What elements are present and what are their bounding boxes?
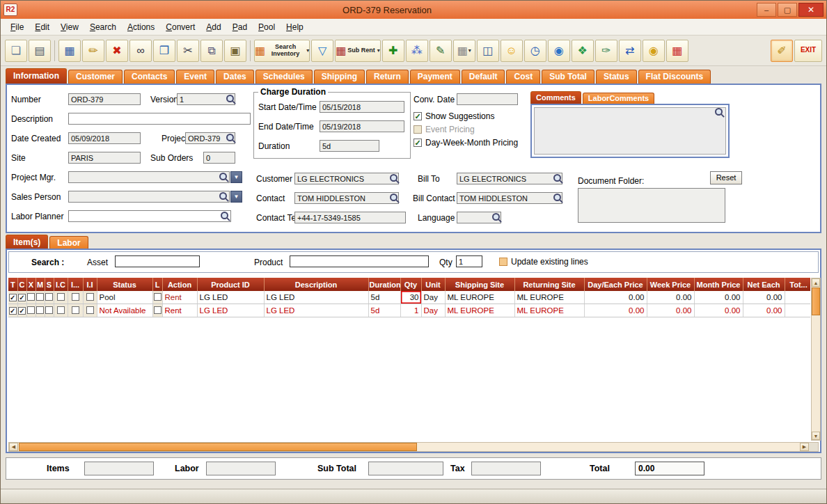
col-header-qty[interactable]: Qty bbox=[400, 278, 421, 291]
menu-item-help[interactable]: Help bbox=[281, 21, 309, 33]
comments-textarea[interactable] bbox=[534, 107, 726, 155]
globe-disc-button[interactable]: ◉ bbox=[548, 40, 570, 62]
cell-week-price[interactable]: 0.00 bbox=[647, 291, 694, 304]
asset-search-input[interactable] bbox=[115, 255, 200, 267]
tab-comments[interactable]: Comments bbox=[530, 91, 581, 104]
cell-returning-site[interactable]: ML EUROPE bbox=[514, 304, 584, 317]
col-header-i-c[interactable]: I.C bbox=[54, 278, 68, 291]
dims-grid-dropdown-arrow[interactable]: ▾ bbox=[468, 47, 471, 54]
tab-event[interactable]: Event bbox=[176, 70, 214, 84]
scroll-down-arrow[interactable]: ▼ bbox=[812, 432, 820, 440]
col-header-i-i[interactable]: I.I bbox=[83, 278, 97, 291]
bill-to-input[interactable] bbox=[457, 173, 562, 184]
menu-item-pool[interactable]: Pool bbox=[253, 21, 281, 33]
cell-duration[interactable]: 5d bbox=[368, 304, 400, 317]
checkbox-event-pricing[interactable]: Event Pricing bbox=[414, 125, 518, 134]
checkbox-day-week-month-pricing-box[interactable]: ✓ bbox=[414, 139, 422, 147]
col-header-description[interactable]: Description bbox=[264, 278, 368, 291]
tab-payment[interactable]: Payment bbox=[410, 70, 460, 84]
cell-description[interactable]: LG LED bbox=[264, 304, 368, 317]
tab-laborcomments[interactable]: LaborComments bbox=[583, 93, 654, 104]
row-1-check-i-c[interactable] bbox=[57, 306, 65, 314]
row-0-check-t[interactable]: ✓ bbox=[9, 294, 17, 301]
search-inventory-dropdown-arrow[interactable]: ▾ bbox=[306, 47, 309, 54]
row-0-check-m[interactable] bbox=[36, 293, 44, 301]
row-0-l-check[interactable] bbox=[154, 293, 162, 301]
col-header-i[interactable]: I... bbox=[68, 278, 83, 291]
qty-search-input[interactable] bbox=[456, 255, 482, 267]
menu-item-view[interactable]: View bbox=[55, 21, 84, 33]
pour-fill-button[interactable]: ▽ bbox=[311, 40, 333, 62]
col-header-product-id[interactable]: Product ID bbox=[197, 278, 264, 291]
site-input[interactable] bbox=[68, 152, 141, 164]
scroll-left-arrow[interactable]: ◀ bbox=[9, 443, 18, 451]
col-header-day-each-price[interactable]: Day/Each Price bbox=[584, 278, 647, 291]
menu-item-pad[interactable]: Pad bbox=[227, 21, 253, 33]
table-row[interactable]: ✓✓Not AvailableRentLG LEDLG LED5d1DayML … bbox=[8, 304, 810, 317]
conv-date-input[interactable] bbox=[457, 93, 518, 105]
tab-contacts[interactable]: Contacts bbox=[124, 70, 175, 84]
exit-button[interactable]: EXIT bbox=[794, 40, 822, 62]
menu-item-edit[interactable]: Edit bbox=[29, 21, 55, 33]
cut-button[interactable]: ✂ bbox=[177, 40, 199, 62]
duration-input[interactable] bbox=[320, 140, 379, 152]
scroll-up-arrow[interactable]: ▲ bbox=[812, 278, 820, 287]
col-header-net-each[interactable]: Net Each bbox=[743, 278, 785, 291]
sales-person-dropdown-button[interactable]: ▼ bbox=[230, 191, 242, 203]
col-header-week-price[interactable]: Week Price bbox=[647, 278, 694, 291]
col-header-s[interactable]: S bbox=[45, 278, 54, 291]
tab-cost[interactable]: Cost bbox=[506, 70, 540, 84]
convert-document-button[interactable]: ❐ bbox=[153, 40, 175, 62]
cell-returning-site[interactable]: ML EUROPE bbox=[514, 291, 584, 304]
col-header-shipping-site[interactable]: Shipping Site bbox=[445, 278, 514, 291]
sub-rent-dropdown-arrow[interactable]: ▾ bbox=[377, 47, 380, 54]
comments-search-icon[interactable] bbox=[714, 107, 724, 117]
checkbox-event-pricing-box[interactable] bbox=[414, 125, 422, 134]
menu-item-search[interactable]: Search bbox=[84, 21, 122, 33]
labor-planner-search-icon[interactable] bbox=[220, 211, 230, 221]
table-row[interactable]: ✓✓PoolRentLG LEDLG LED5d30DayML EUROPEML… bbox=[8, 291, 810, 304]
date-created-input[interactable] bbox=[68, 132, 141, 144]
start-date-input[interactable] bbox=[320, 101, 404, 113]
print-preview-button[interactable]: ◫ bbox=[477, 40, 499, 62]
bill-contact-input[interactable] bbox=[457, 192, 562, 204]
tab-flat-discounts[interactable]: Flat Discounts bbox=[638, 70, 711, 84]
menu-item-add[interactable]: Add bbox=[200, 21, 226, 33]
horizontal-scroll-thumb[interactable] bbox=[19, 443, 417, 451]
search-inventory-button[interactable]: ▦Search Inventory▾ bbox=[254, 40, 310, 62]
row-1-check-m[interactable] bbox=[36, 306, 44, 314]
reset-button[interactable]: Reset bbox=[710, 171, 742, 184]
sales-person-input[interactable] bbox=[68, 191, 230, 203]
bill-contact-search-icon[interactable] bbox=[553, 193, 562, 203]
scroll-right-arrow[interactable]: ▶ bbox=[800, 443, 809, 451]
cell-month-price[interactable]: 0.00 bbox=[694, 291, 743, 304]
cell-month-price[interactable]: 0.00 bbox=[694, 304, 743, 317]
find-binoculars-button[interactable]: ∞ bbox=[129, 40, 152, 62]
document-folder-box[interactable] bbox=[578, 188, 725, 223]
smiley-button[interactable]: ☺ bbox=[501, 40, 523, 62]
col-header-m[interactable]: M bbox=[36, 278, 45, 291]
row-0-check-i[interactable] bbox=[72, 293, 79, 301]
row-1-check-i[interactable] bbox=[72, 306, 79, 314]
cell-tot[interactable] bbox=[785, 304, 810, 317]
dims-grid-button[interactable]: ▦▾ bbox=[453, 40, 475, 62]
end-date-input[interactable] bbox=[320, 120, 404, 132]
bill-to-search-icon[interactable] bbox=[553, 173, 562, 183]
update-existing-lines-box[interactable] bbox=[499, 258, 507, 266]
cell-week-price[interactable]: 0.00 bbox=[647, 304, 694, 317]
tab-shipping[interactable]: Shipping bbox=[314, 70, 365, 84]
cell-net-each[interactable]: 0.00 bbox=[743, 291, 785, 304]
cell-unit[interactable]: Day bbox=[421, 291, 445, 304]
tab-status[interactable]: Status bbox=[596, 70, 637, 84]
menu-item-convert[interactable]: Convert bbox=[160, 21, 200, 33]
row-0-check-i-c[interactable] bbox=[57, 293, 65, 301]
new-document-button[interactable]: ❏ bbox=[5, 40, 27, 62]
clock-button[interactable]: ◷ bbox=[524, 40, 546, 62]
coins-button[interactable]: ◉ bbox=[643, 40, 665, 62]
row-1-check-t[interactable]: ✓ bbox=[9, 307, 17, 315]
col-header-duration[interactable]: Duration bbox=[368, 278, 400, 291]
sales-person-search-icon[interactable] bbox=[219, 191, 228, 201]
cell-product-id[interactable]: LG LED bbox=[197, 304, 264, 317]
update-existing-lines-checkbox[interactable]: Update existing lines bbox=[499, 257, 588, 267]
version-search-icon[interactable] bbox=[226, 94, 235, 104]
